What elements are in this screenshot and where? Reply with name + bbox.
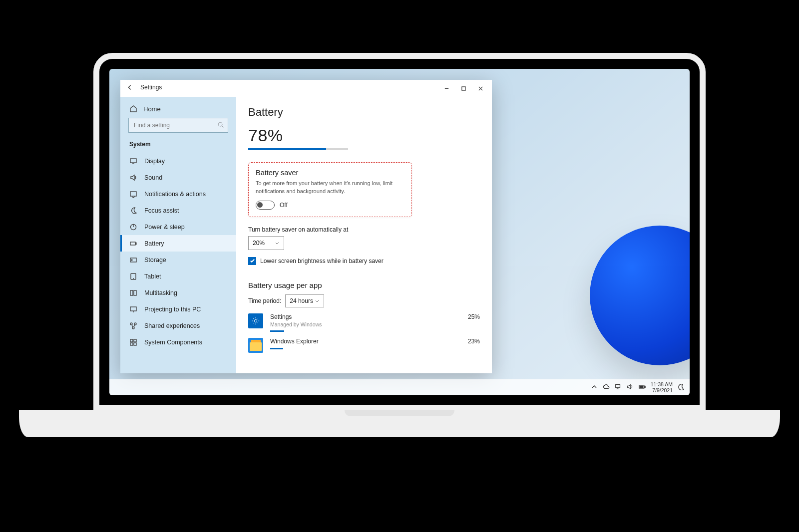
toggle-knob — [257, 202, 263, 208]
sidebar-section-label: System — [120, 138, 236, 153]
volume-icon[interactable] — [627, 383, 634, 391]
sidebar-item-storage[interactable]: Storage — [120, 252, 236, 268]
app-icon-settings — [248, 313, 263, 328]
shared-icon — [129, 322, 137, 330]
svg-rect-28 — [615, 385, 620, 388]
svg-rect-17 — [130, 290, 133, 295]
svg-rect-18 — [134, 290, 136, 295]
svg-rect-1 — [461, 86, 465, 90]
components-icon — [129, 338, 137, 346]
svg-point-27 — [254, 319, 257, 322]
power-icon — [129, 223, 137, 231]
window-maximize-button[interactable] — [455, 81, 472, 95]
focus-mode-icon[interactable] — [678, 383, 685, 391]
sidebar-item-battery[interactable]: Battery — [120, 235, 236, 252]
page-title: Battery — [248, 106, 480, 119]
window-close-button[interactable] — [472, 81, 489, 95]
app-name: Windows Explorer — [270, 338, 450, 345]
svg-line-5 — [222, 126, 224, 128]
sidebar-item-notifications[interactable]: Notifications & actions — [120, 186, 236, 202]
multitasking-icon — [129, 289, 137, 297]
storage-icon — [129, 256, 137, 264]
window-title: Settings — [140, 84, 162, 91]
tablet-icon — [129, 272, 137, 280]
search-input[interactable] — [128, 118, 228, 133]
back-icon[interactable] — [126, 84, 133, 91]
usage-heading: Battery usage per app — [248, 281, 480, 289]
settings-window: Settings Home — [120, 80, 492, 373]
tray-chevron-icon[interactable] — [591, 383, 598, 391]
sidebar-item-projecting[interactable]: Projecting to this PC — [120, 301, 236, 317]
app-name: Settings — [270, 313, 450, 320]
sidebar-item-display[interactable]: Display — [120, 153, 236, 169]
svg-rect-12 — [136, 243, 137, 244]
svg-rect-31 — [640, 386, 643, 388]
lower-brightness-checkbox[interactable] — [248, 257, 256, 265]
sidebar-item-focus-assist[interactable]: Focus assist — [120, 202, 236, 219]
sidebar-item-tablet[interactable]: Tablet — [120, 268, 236, 284]
lower-brightness-label: Lower screen brightness while in battery… — [260, 258, 384, 265]
sidebar-item-sound[interactable]: Sound — [120, 169, 236, 186]
usage-row-explorer[interactable]: Windows Explorer 23% — [248, 338, 480, 353]
battery-icon — [129, 240, 137, 248]
period-label: Time period: — [248, 297, 281, 304]
app-percent: 23% — [455, 338, 480, 345]
app-usage-bar — [270, 330, 284, 332]
svg-rect-26 — [134, 343, 136, 345]
battery-saver-heading: Battery saver — [256, 169, 404, 177]
window-minimize-button[interactable] — [438, 81, 455, 95]
battery-meter — [248, 148, 348, 150]
battery-tray-icon[interactable] — [639, 383, 646, 391]
period-select[interactable]: 24 hours — [285, 294, 324, 307]
battery-saver-toggle[interactable] — [256, 201, 275, 210]
svg-point-14 — [131, 260, 132, 261]
sidebar-nav: Display Sound Notifications & actions — [120, 153, 236, 350]
svg-rect-30 — [644, 386, 645, 387]
desktop-screen: Settings Home — [109, 69, 690, 395]
cloud-icon[interactable] — [603, 383, 610, 391]
network-icon[interactable] — [615, 383, 622, 391]
app-subtext: Managed by Windows — [270, 321, 450, 327]
chevron-down-icon — [315, 298, 320, 303]
sidebar-item-shared-experiences[interactable]: Shared experiences — [120, 317, 236, 334]
battery-saver-section: Battery saver To get more from your batt… — [248, 162, 412, 217]
app-icon-explorer — [248, 338, 263, 353]
notifications-icon — [129, 190, 137, 198]
battery-saver-toggle-label: Off — [280, 202, 288, 209]
app-percent: 25% — [455, 313, 480, 320]
svg-rect-24 — [134, 339, 136, 342]
wallpaper-orb — [590, 226, 690, 365]
svg-point-21 — [134, 323, 136, 325]
search-icon — [217, 121, 224, 128]
sidebar-item-home[interactable]: Home — [120, 97, 236, 118]
battery-meter-fill — [248, 148, 326, 150]
app-usage-bar — [270, 348, 283, 349]
settings-sidebar: Home System Display — [120, 97, 236, 373]
settings-content: Battery 78% Battery saver To get more fr… — [236, 97, 492, 373]
svg-rect-25 — [130, 343, 133, 345]
sound-icon — [129, 174, 137, 182]
sidebar-item-power-sleep[interactable]: Power & sleep — [120, 219, 236, 235]
sidebar-item-system-components[interactable]: System Components — [120, 334, 236, 350]
svg-rect-6 — [130, 159, 136, 163]
projecting-icon — [129, 305, 137, 313]
battery-saver-description: To get more from your battery when it's … — [256, 180, 404, 196]
chevron-down-icon — [275, 241, 280, 246]
system-tray[interactable] — [591, 383, 646, 391]
taskbar: 11:38 AM 7/9/2021 — [109, 379, 690, 395]
battery-percent: 78% — [248, 126, 480, 145]
svg-point-20 — [130, 323, 132, 325]
laptop-lip — [345, 410, 454, 416]
home-icon — [129, 105, 137, 113]
sidebar-item-multitasking[interactable]: Multitasking — [120, 284, 236, 301]
auto-threshold-label: Turn battery saver on automatically at — [248, 226, 480, 233]
taskbar-clock[interactable]: 11:38 AM 7/9/2021 — [651, 381, 673, 393]
display-icon — [129, 157, 137, 165]
svg-rect-23 — [130, 339, 133, 342]
auto-threshold-select[interactable]: 20% — [248, 236, 284, 250]
usage-row-settings[interactable]: Settings Managed by Windows 25% — [248, 313, 480, 332]
home-label: Home — [143, 105, 161, 113]
window-titlebar: Settings — [120, 80, 492, 97]
svg-point-22 — [132, 327, 134, 329]
focus-icon — [129, 207, 137, 215]
